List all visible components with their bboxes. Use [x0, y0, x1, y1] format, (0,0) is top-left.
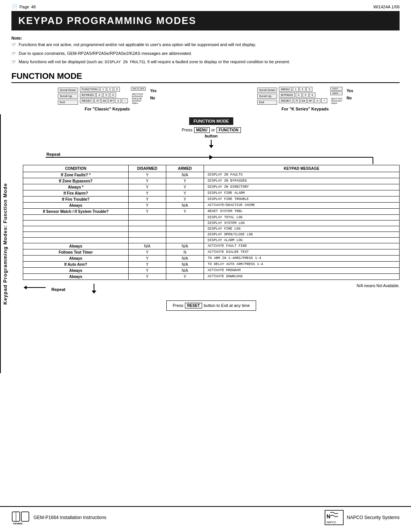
key-2: 2 — [107, 87, 113, 92]
armed-cell-5: N/A — [166, 202, 204, 208]
k-key-7f: 7F — [294, 98, 300, 103]
table-row: If Fire Alarm?YYDISPLAY FIRE ALARM — [23, 190, 400, 196]
condition-cell-8 — [23, 220, 129, 226]
armed-cell-15: N/A — [166, 261, 204, 267]
repeat-label-top: Repeat — [46, 152, 61, 157]
page-title: KEYPAD PROGRAMMING MODES — [11, 11, 400, 30]
armed-cell-13: N — [166, 249, 204, 255]
table-row: DISPLAY TOTAL LOG — [23, 214, 400, 220]
k-key-star: * — [321, 98, 327, 103]
table-row: If Zone Faults? *YN/ADISPLAY ZN FAULTS — [23, 172, 400, 178]
armed-cell-0: N/A — [166, 172, 204, 178]
k-key-9p: 9P — [307, 98, 314, 103]
condition-cell-5: Always — [23, 202, 129, 208]
or-label: or — [211, 128, 215, 132]
table-row: If Fire Trouble?YYDISPLAY FIRE TROUBLE — [23, 196, 400, 202]
doc-ref: WI1424A 1/06 — [373, 5, 400, 9]
note-mono: DISPLAY ZN FRULTS — [105, 60, 143, 64]
disarmed-cell-14: Y — [128, 255, 166, 261]
th-condition: CONDITION — [23, 165, 129, 172]
disarmed-cell-2: Y — [128, 184, 166, 190]
scroll-up-btn: Scroll Up — [58, 94, 78, 99]
condition-cell-4: If Fire Trouble? — [23, 196, 129, 202]
message-cell-11: DISPLAY ALARM LOG — [204, 237, 399, 243]
armed-cell-9 — [166, 226, 204, 232]
svg-marker-5 — [92, 291, 96, 294]
message-cell-15: TO DELAY AUTO ARM/PRESS 1-4 — [204, 261, 399, 267]
armed-cell-11 — [166, 237, 204, 243]
table-header-row: CONDITION DISARMED ARMED KEYPAD MESSAGE — [23, 165, 400, 172]
armed-cell-1: Y — [166, 178, 204, 184]
message-cell-0: DISPLAY ZN FAULTS — [204, 172, 399, 178]
disarmed-cell-3: Y — [128, 190, 166, 196]
no-label-classic: No — [150, 96, 156, 100]
svg-marker-3 — [24, 286, 27, 289]
k-scroll-up-btn: Scroll Up — [257, 94, 277, 99]
k-bypass-btn: BYPASS — [279, 93, 295, 97]
k-key-8a: 8A — [301, 98, 307, 103]
svg-rect-8 — [21, 512, 29, 521]
reset-btn-label: RESET — [185, 303, 202, 308]
th-message: KEYPAD MESSAGE — [204, 165, 399, 172]
classic-keypad-diagram: Scroll Down Scroll Up Exit FUNCTION 1 2 … — [58, 87, 157, 111]
press-row: Press MENU or FUNCTION — [182, 127, 241, 133]
k-exit-btn: Exit — [257, 100, 277, 105]
k-scroll-down-btn: Scroll Down — [257, 88, 277, 93]
message-cell-13: ACTIVATE DIALER TEST — [204, 249, 399, 255]
disarmed-cell-0: Y — [128, 172, 166, 178]
message-cell-5: ACTIVATE/DEACTIVE CHIME — [204, 202, 399, 208]
flow-line-down-1 — [211, 140, 212, 145]
k-key-1: 1 — [293, 87, 299, 92]
disarmed-cell-10 — [128, 232, 166, 237]
side-label: Keypad Programming Modes: Function Mode — [0, 114, 10, 373]
note-section: Note: ☞ Functions that are not active, n… — [11, 36, 400, 66]
table-row: If Sensor Watch / If System Trouble?YYRE… — [23, 208, 400, 214]
flow-arrows-top: Repeat — [23, 150, 400, 165]
key-1: 1 — [100, 87, 106, 92]
key-7f: 7F — [94, 98, 100, 103]
condition-cell-13: Follows Test Timer — [23, 249, 129, 255]
disarmed-cell-8 — [128, 220, 166, 226]
note-title: Note: — [11, 36, 400, 40]
table-row: AlwaysYYACTIVATE DOWNLOAD — [23, 273, 400, 280]
disarmed-cell-9 — [128, 226, 166, 232]
k-yes-label: Yes — [347, 89, 353, 93]
key-4: 4 — [96, 93, 102, 97]
key-3: 3 — [114, 87, 120, 92]
reset-after-text: button to Exit at any time — [204, 303, 250, 308]
armed-cell-6: Y — [166, 208, 204, 214]
k-key-5: 5 — [303, 93, 309, 97]
th-armed: ARMED — [166, 165, 204, 172]
yes-label-classic: Yes — [150, 89, 156, 93]
bottom-flow: Repeat N/A means Not Available. — [23, 284, 400, 295]
table-row: DISPLAY OPEN/CLOSE LOG — [23, 232, 400, 237]
note-text-3: Many functions will not be displayed (su… — [19, 59, 290, 65]
gemini-logo-svg: GEMINI — [11, 511, 30, 524]
note-item-2: ☞ Due to space constraints, GEM-RP2AS/RP… — [11, 51, 400, 58]
reset-press-text: Press — [173, 303, 183, 308]
condition-cell-10 — [23, 232, 129, 237]
k-series-keypad-title: For "K Series" Keypads — [282, 107, 329, 111]
table-row: DISPLAY ALARM LOG — [23, 237, 400, 243]
disarmed-cell-12: N/A — [128, 243, 166, 249]
flow-top-container: FUNCTION MODE Press MENU or FUNCTION but… — [23, 117, 400, 150]
reset-box: Press RESET button to Exit at any time — [166, 300, 256, 311]
message-cell-9: DISPLAY FIRE LOG — [204, 226, 399, 232]
page-footer: GEMINI GEM-P1664 Installation Instructio… — [0, 506, 411, 528]
table-row: If Zone Bypasses?YYDISPLAY ZN BYPASSED — [23, 178, 400, 184]
key-6: 6 — [110, 93, 116, 97]
table-row: If Auto Arm?YN/ATO DELAY AUTO ARM/PRESS … — [23, 261, 400, 267]
side-label-area: AREA — [132, 102, 146, 104]
note-item-3: ☞ Many functions will not be displayed (… — [11, 59, 400, 66]
disarmed-cell-1: Y — [128, 178, 166, 184]
armed-cell-12: N/A — [166, 243, 204, 249]
svg-text:GEMINI: GEMINI — [13, 522, 22, 524]
k-no-label: No — [347, 96, 353, 100]
footer-right: N NAPCO NAPCO Security Systems — [325, 510, 400, 525]
condition-cell-16: Always — [23, 267, 129, 273]
page-number: 📄 Page 48 — [11, 4, 36, 10]
k-key-3: 3 — [306, 87, 312, 92]
table-row: Follows Test TimerYNACTIVATE DIALER TEST — [23, 249, 400, 255]
key-9p: 9P — [108, 98, 114, 103]
k-key-4: 4 — [296, 93, 302, 97]
